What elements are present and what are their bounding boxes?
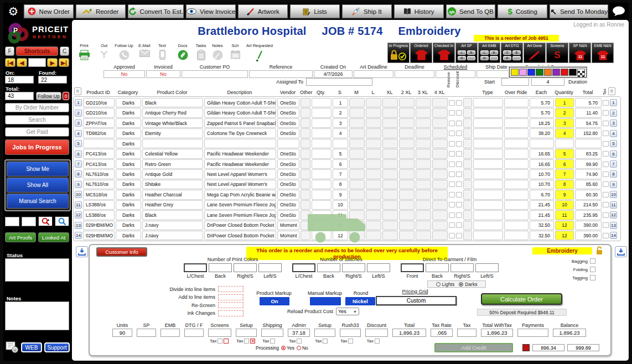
cell-product_id[interactable]: [83, 139, 115, 148]
discount-checkbox[interactable]: [456, 233, 462, 238]
total-value[interactable]: 43: [5, 92, 34, 100]
cell-other[interactable]: [301, 98, 310, 107]
quick-box-2[interactable]: [22, 217, 36, 226]
cell-l[interactable]: [366, 190, 381, 199]
remove-checkbox[interactable]: [449, 100, 455, 106]
cell-x4[interactable]: [432, 169, 448, 179]
row-number-button[interactable]: 1: [610, 99, 617, 106]
cell-description[interactable]: [204, 139, 276, 148]
cell-description[interactable]: Pacific Headwear Weekender: [204, 159, 276, 169]
remove-checkbox[interactable]: [449, 171, 455, 177]
tile-sp-n-n[interactable]: SP N&N11: [569, 43, 591, 63]
tax-checkbox[interactable]: [603, 162, 609, 167]
cell-qty[interactable]: [312, 98, 331, 107]
cell-qty[interactable]: [312, 108, 331, 117]
cell-each[interactable]: [530, 139, 554, 148]
print-doc-icon[interactable]: U: [6, 341, 19, 356]
cell-qty[interactable]: [312, 190, 331, 199]
cell-xl[interactable]: [382, 221, 398, 230]
remove-checkbox[interactable]: [449, 181, 455, 187]
cell-ts[interactable]: [463, 169, 472, 179]
cell-each[interactable]: 5.70: [530, 98, 554, 107]
row-number-button[interactable]: 6: [610, 150, 617, 158]
cell-l[interactable]: [366, 118, 381, 128]
first-record-button[interactable]: |◀: [5, 58, 15, 67]
total-value-emb-2[interactable]: [160, 329, 180, 337]
discount-checkbox[interactable]: [456, 110, 462, 116]
cell-color[interactable]: Antique Gold: [142, 169, 203, 179]
cell-xl[interactable]: [382, 139, 398, 148]
tax-checkbox[interactable]: [323, 339, 328, 344]
reload-product-cost-select[interactable]: Yes▼: [336, 308, 359, 315]
cell-x4[interactable]: [432, 149, 448, 158]
tax-toggle-screens-4[interactable]: Tax: [210, 339, 229, 344]
row-number-button[interactable]: 7: [610, 160, 617, 168]
sidebar-art-proofs[interactable]: Art Proofs: [5, 232, 36, 242]
cell-x4[interactable]: [432, 108, 448, 117]
export-right-icon[interactable]: [615, 246, 627, 257]
cell-total[interactable]: 74.90: [575, 169, 602, 179]
cell-x4[interactable]: [432, 221, 448, 230]
cell-ovr[interactable]: [504, 169, 529, 179]
row-number-button[interactable]: 8: [75, 170, 82, 178]
cell-x3[interactable]: [416, 159, 431, 169]
cell-s[interactable]: 5: [333, 149, 348, 158]
tax-checkbox[interactable]: [217, 339, 222, 344]
cell-total[interactable]: [575, 139, 602, 148]
cell-description[interactable]: Next Level Apparel Women's: [204, 180, 276, 189]
cell-x4[interactable]: [432, 180, 448, 189]
cell-description[interactable]: Pacific Headwear Weekender: [204, 149, 276, 158]
row-number-button[interactable]: 13: [75, 222, 82, 229]
cell-total[interactable]: 152.80: [575, 128, 602, 138]
row-number-button[interactable]: 12: [75, 211, 82, 219]
cell-quantity[interactable]: 2: [555, 108, 574, 117]
cell-s[interactable]: 3: [333, 118, 348, 128]
add-credit-button[interactable]: Add Credit: [434, 343, 513, 352]
checkbox[interactable]: [590, 258, 595, 264]
cell-description[interactable]: Zapped Patriot 5 Panel Snapback PAT: [204, 118, 276, 128]
processing-yes[interactable]: Yes: [281, 345, 294, 351]
toolbar-ship-it[interactable]: Ship It: [342, 4, 392, 18]
cell-quantity[interactable]: 6: [555, 159, 574, 169]
cell-each[interactable]: 10.70: [530, 169, 554, 179]
toolbar-history[interactable]: History: [394, 4, 444, 18]
cell-ovr[interactable]: [504, 118, 529, 128]
cell-ovr[interactable]: [504, 108, 529, 117]
cell-each[interactable]: 16.65: [530, 149, 554, 158]
cell-color[interactable]: J.navy: [142, 221, 203, 230]
cell-other[interactable]: [301, 180, 310, 189]
cell-each[interactable]: 10.70: [530, 180, 554, 189]
toolbar-artwork[interactable]: Artwork: [238, 4, 288, 18]
cell-category[interactable]: Darks: [116, 98, 141, 107]
cell-ovr[interactable]: [504, 180, 529, 189]
web-button[interactable]: WEB: [21, 342, 42, 352]
cell-l[interactable]: [366, 139, 381, 148]
cell-xl[interactable]: [382, 98, 398, 107]
total-value-admin-7[interactable]: 37.18: [288, 329, 310, 337]
cell-description[interactable]: Lane Seven Premium Fleece Joggers: [204, 200, 276, 210]
cell-color[interactable]: Vintage White/Black: [142, 118, 203, 128]
cell-ovr[interactable]: [504, 221, 529, 230]
cell-x3[interactable]: [416, 221, 431, 230]
tile-art-dtg[interactable]: Art DTGFBR: [501, 43, 523, 63]
tax-checkbox-x[interactable]: ✕: [250, 339, 255, 344]
cell-qty[interactable]: [312, 169, 331, 179]
cell-quantity[interactable]: 10: [555, 200, 574, 210]
cell-x3[interactable]: [416, 98, 431, 107]
cell-xl[interactable]: [382, 149, 398, 158]
cell-ts[interactable]: [463, 231, 472, 240]
palette-swatch-7[interactable]: [569, 69, 577, 76]
cell-each[interactable]: 32.50: [530, 231, 554, 240]
row-number-button[interactable]: 12: [610, 211, 617, 219]
cell-total[interactable]: 235.95: [575, 210, 602, 220]
cell-ovr[interactable]: [504, 200, 529, 210]
cell-quantity[interactable]: 8: [555, 180, 574, 189]
total-value-total-11[interactable]: 1,896.23: [392, 329, 426, 337]
cell-qty[interactable]: [312, 118, 331, 128]
cell-type[interactable]: [473, 118, 503, 128]
remove-checkbox[interactable]: [449, 233, 455, 238]
remove-checkbox[interactable]: [449, 202, 455, 207]
cell-m[interactable]: [349, 200, 365, 210]
cell-x2[interactable]: [399, 190, 415, 199]
cell-ovr[interactable]: [504, 210, 529, 220]
